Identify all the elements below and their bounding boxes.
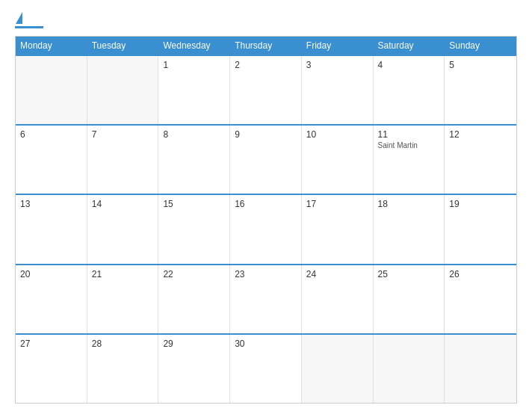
day-header-tuesday: Tuesday [87, 37, 159, 55]
day-cell: 27 [16, 335, 87, 403]
day-number: 6 [20, 129, 82, 140]
day-header-saturday: Saturday [374, 37, 445, 55]
day-header-wednesday: Wednesday [158, 37, 230, 55]
day-number: 5 [449, 60, 512, 70]
calendar-header [15, 12, 517, 28]
day-number: 27 [20, 339, 82, 349]
day-number: 24 [306, 269, 368, 279]
calendar-page: MondayTuesdayWednesdayThursdayFridaySatu… [0, 0, 532, 411]
day-number: 25 [378, 269, 440, 279]
logo-underline [15, 26, 43, 28]
day-header-thursday: Thursday [230, 37, 302, 55]
day-cell: 5 [445, 56, 516, 124]
day-number: 19 [449, 199, 512, 209]
day-cell: 16 [230, 195, 302, 263]
day-number: 10 [306, 129, 368, 140]
week-row-2: 67891011Saint Martin12 [16, 124, 516, 194]
day-number: 8 [163, 129, 225, 140]
day-cell: 25 [374, 265, 445, 333]
day-number: 12 [449, 129, 512, 140]
day-header-sunday: Sunday [445, 37, 516, 55]
day-number: 3 [306, 60, 368, 70]
day-cell: 17 [302, 195, 374, 263]
day-cell [302, 335, 374, 403]
logo-triangle-icon [16, 12, 22, 24]
day-cell [445, 335, 516, 403]
day-number: 22 [163, 269, 225, 279]
day-cell: 21 [87, 265, 159, 333]
week-row-1: 12345 [16, 55, 516, 124]
day-cell: 22 [158, 265, 230, 333]
day-number: 20 [20, 269, 82, 279]
day-cell: 30 [230, 335, 302, 403]
day-number: 14 [92, 199, 154, 209]
day-cell [16, 56, 87, 124]
day-cell: 6 [16, 126, 87, 194]
day-cell: 28 [87, 335, 159, 403]
day-cell: 15 [158, 195, 230, 263]
logo [15, 12, 45, 28]
day-cell: 9 [230, 126, 302, 194]
day-cell: 19 [445, 195, 516, 263]
week-row-4: 20212223242526 [16, 264, 516, 333]
day-number: 15 [163, 199, 225, 209]
calendar-grid: MondayTuesdayWednesdayThursdayFridaySatu… [15, 36, 517, 404]
week-row-3: 13141516171819 [16, 194, 516, 263]
day-cell: 23 [230, 265, 302, 333]
day-cell [87, 56, 159, 124]
day-cell [374, 335, 445, 403]
day-number: 16 [235, 199, 297, 209]
day-header-monday: Monday [16, 37, 87, 55]
day-cell: 10 [302, 126, 374, 194]
day-number: 18 [378, 199, 440, 209]
day-header-friday: Friday [302, 37, 374, 55]
day-number: 30 [235, 339, 297, 349]
day-number: 7 [92, 129, 154, 140]
day-number: 9 [235, 129, 297, 140]
day-cell: 24 [302, 265, 374, 333]
day-cell: 20 [16, 265, 87, 333]
day-number: 29 [163, 339, 225, 349]
calendar-weeks: 1234567891011Saint Martin121314151617181… [16, 55, 516, 403]
day-cell: 29 [158, 335, 230, 403]
day-cell: 7 [87, 126, 159, 194]
day-number: 26 [449, 269, 512, 279]
day-cell: 8 [158, 126, 230, 194]
day-number: 11 [378, 129, 440, 140]
day-number: 4 [378, 60, 440, 70]
day-cell: 4 [374, 56, 445, 124]
day-number: 21 [92, 269, 154, 279]
day-cell: 2 [230, 56, 302, 124]
day-cell: 3 [302, 56, 374, 124]
day-cell: 18 [374, 195, 445, 263]
day-number: 1 [163, 60, 225, 70]
day-number: 23 [235, 269, 297, 279]
day-cell: 13 [16, 195, 87, 263]
day-cell: 26 [445, 265, 516, 333]
day-event: Saint Martin [378, 141, 440, 149]
day-cell: 12 [445, 126, 516, 194]
week-row-5: 27282930 [16, 333, 516, 403]
day-headers-row: MondayTuesdayWednesdayThursdayFridaySatu… [16, 37, 516, 55]
day-cell: 1 [158, 56, 230, 124]
day-number: 17 [306, 199, 368, 209]
day-number: 28 [92, 339, 154, 349]
day-number: 13 [20, 199, 82, 209]
day-cell: 11Saint Martin [374, 126, 445, 194]
day-cell: 14 [87, 195, 159, 263]
day-number: 2 [235, 60, 297, 70]
